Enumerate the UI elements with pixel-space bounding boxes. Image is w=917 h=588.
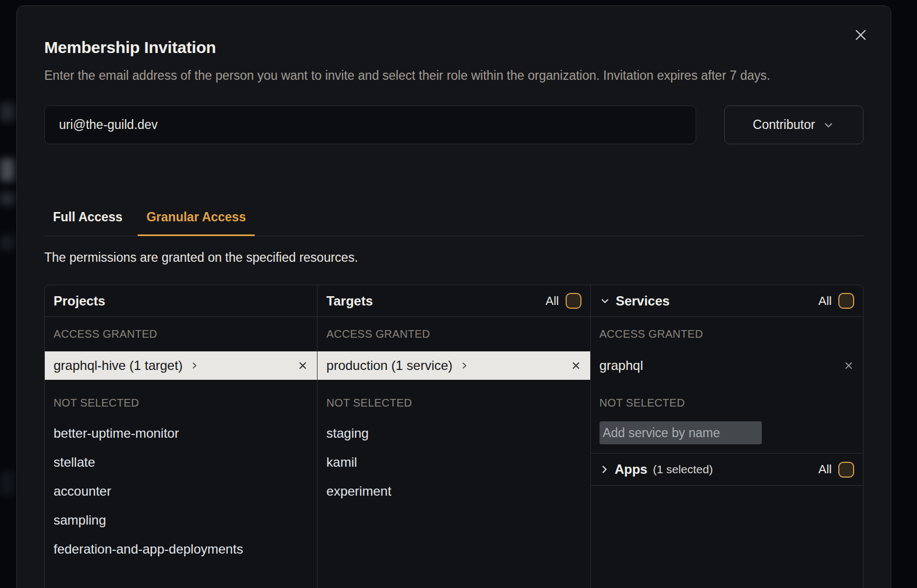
targets-all-wrap: All bbox=[545, 293, 581, 309]
project-item[interactable]: better-uptime-monitor bbox=[45, 419, 317, 448]
not-selected-label: NOT SELECTED bbox=[326, 397, 581, 409]
email-input[interactable] bbox=[44, 105, 696, 144]
granted-service-row[interactable]: graphql bbox=[591, 351, 863, 380]
tab-full-access[interactable]: Full Access bbox=[44, 207, 131, 236]
targets-column-header: Targets All bbox=[318, 285, 590, 317]
backdrop-blur-fragment bbox=[0, 192, 14, 205]
access-granted-label: ACCESS GRANTED bbox=[599, 328, 854, 340]
apps-all-wrap: All bbox=[819, 462, 854, 478]
project-item[interactable]: federation-and-app-deployments bbox=[45, 534, 317, 563]
services-all-wrap: All bbox=[819, 293, 854, 309]
role-select[interactable]: Contributor bbox=[724, 105, 863, 144]
backdrop-blur-fragment bbox=[0, 158, 14, 181]
not-selected-label: NOT SELECTED bbox=[599, 397, 854, 409]
projects-column-header: Projects bbox=[45, 285, 317, 317]
selected-project-row[interactable]: graphql-hive (1 target) bbox=[45, 351, 317, 380]
services-all-checkbox[interactable] bbox=[838, 293, 854, 309]
close-button[interactable] bbox=[853, 27, 869, 43]
projects-column-title: Projects bbox=[54, 293, 105, 309]
target-item[interactable]: experiment bbox=[318, 477, 590, 505]
access-granted-label: ACCESS GRANTED bbox=[54, 328, 308, 340]
targets-column: Targets All ACCESS GRANTED production (1… bbox=[318, 285, 590, 588]
targets-all-label: All bbox=[545, 294, 559, 308]
chevron-right-icon bbox=[599, 464, 609, 474]
remove-service-button[interactable] bbox=[843, 360, 854, 371]
services-column-header[interactable]: Services All bbox=[591, 285, 863, 317]
access-tabs: Full Access Granular Access bbox=[44, 207, 863, 236]
target-item[interactable]: kamil bbox=[318, 448, 590, 477]
services-column-title: Services bbox=[616, 293, 670, 309]
chevron-right-icon bbox=[190, 361, 199, 370]
apps-title: Apps bbox=[615, 462, 648, 477]
selected-target-row[interactable]: production (1 service) bbox=[318, 351, 590, 380]
backdrop-blur-fragment bbox=[0, 103, 14, 121]
target-item[interactable]: staging bbox=[318, 419, 590, 448]
permissions-note: The permissions are granted on the speci… bbox=[44, 250, 863, 265]
backdrop-blur-fragment bbox=[0, 235, 14, 250]
close-icon bbox=[854, 28, 868, 42]
project-item[interactable]: accounter bbox=[45, 477, 317, 505]
remove-icon bbox=[571, 360, 581, 371]
tab-granular-access[interactable]: Granular Access bbox=[138, 207, 255, 236]
not-selected-label: NOT SELECTED bbox=[54, 397, 308, 409]
selected-target-name: production (1 service) bbox=[326, 358, 452, 373]
targets-all-checkbox[interactable] bbox=[566, 293, 581, 309]
selected-project-name: graphql-hive (1 target) bbox=[54, 358, 183, 373]
invite-row: Contributor bbox=[44, 105, 863, 144]
project-item[interactable]: sampling bbox=[45, 505, 317, 534]
apps-all-checkbox[interactable] bbox=[838, 462, 854, 478]
dialog-description: Enter the email address of the person yo… bbox=[44, 65, 814, 86]
services-section: ACCESS GRANTED graphql NOT SELECTED bbox=[591, 317, 863, 454]
apps-selected-count: (1 selected) bbox=[653, 463, 713, 476]
dialog-title: Membership Invitation bbox=[44, 38, 863, 57]
apps-all-label: All bbox=[819, 462, 832, 477]
remove-target-button[interactable] bbox=[571, 360, 581, 371]
access-granted-label: ACCESS GRANTED bbox=[326, 328, 581, 340]
services-column: Services All ACCESS GRANTED graphql NOT bbox=[591, 285, 863, 588]
chevron-down-icon bbox=[822, 119, 834, 131]
chevron-down-icon bbox=[599, 296, 610, 307]
chevron-right-icon bbox=[460, 361, 469, 370]
apps-row[interactable]: Apps (1 selected) All bbox=[591, 454, 863, 486]
projects-column: Projects ACCESS GRANTED graphql-hive (1 … bbox=[45, 285, 318, 588]
resources-grid: Projects ACCESS GRANTED graphql-hive (1 … bbox=[44, 285, 863, 588]
project-item[interactable]: stellate bbox=[45, 448, 317, 477]
add-service-input[interactable] bbox=[599, 421, 762, 444]
remove-icon bbox=[843, 360, 854, 371]
services-all-label: All bbox=[819, 294, 832, 308]
role-select-value: Contributor bbox=[753, 117, 815, 132]
membership-invitation-dialog: Membership Invitation Enter the email ad… bbox=[16, 5, 891, 588]
backdrop-blur-fragment bbox=[0, 471, 14, 495]
targets-column-title: Targets bbox=[326, 293, 373, 309]
granted-service-name: graphql bbox=[599, 358, 643, 373]
remove-icon bbox=[297, 360, 308, 371]
remove-project-button[interactable] bbox=[297, 360, 308, 371]
